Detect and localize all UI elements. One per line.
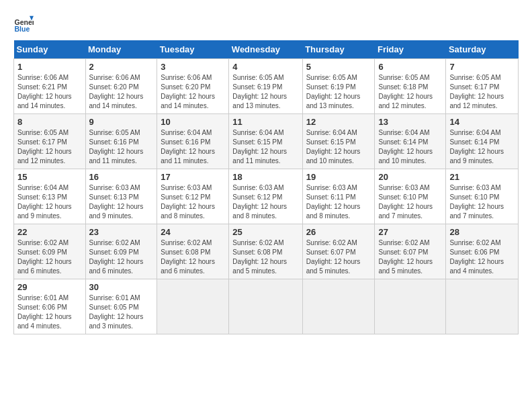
calendar-cell: 15Sunrise: 6:04 AMSunset: 6:13 PMDayligh… [14,169,86,224]
day-number: 18 [232,172,298,182]
calendar-cell: 12Sunrise: 6:04 AMSunset: 6:15 PMDayligh… [302,114,375,169]
day-info: Sunrise: 6:02 AMSunset: 6:07 PMDaylight:… [378,238,442,276]
day-number: 25 [232,227,298,237]
day-number: 30 [89,282,154,292]
calendar-cell: 29Sunrise: 6:01 AMSunset: 6:06 PMDayligh… [14,279,86,334]
day-number: 17 [161,172,225,182]
calendar-cell: 24Sunrise: 6:02 AMSunset: 6:08 PMDayligh… [157,224,229,279]
day-number: 20 [378,172,442,182]
calendar-cell: 5Sunrise: 6:05 AMSunset: 6:19 PMDaylight… [302,59,375,114]
day-info: Sunrise: 6:06 AMSunset: 6:21 PMDaylight:… [17,73,82,111]
calendar-week-4: 22Sunrise: 6:02 AMSunset: 6:09 PMDayligh… [14,224,519,279]
day-number: 11 [232,117,298,127]
calendar-cell: 18Sunrise: 6:03 AMSunset: 6:12 PMDayligh… [229,169,302,224]
page-header: General Blue [13,13,519,34]
calendar-cell: 6Sunrise: 6:05 AMSunset: 6:18 PMDaylight… [375,59,446,114]
calendar-cell: 19Sunrise: 6:03 AMSunset: 6:11 PMDayligh… [302,169,375,224]
day-number: 14 [449,117,515,127]
day-number: 23 [89,227,154,237]
calendar-cell: 7Sunrise: 6:05 AMSunset: 6:17 PMDaylight… [446,59,519,114]
day-number: 16 [89,172,154,182]
calendar-cell: 17Sunrise: 6:03 AMSunset: 6:12 PMDayligh… [157,169,229,224]
calendar-cell [302,279,375,334]
calendar-cell: 1Sunrise: 6:06 AMSunset: 6:21 PMDaylight… [14,59,86,114]
day-info: Sunrise: 6:06 AMSunset: 6:20 PMDaylight:… [89,73,154,111]
calendar-cell: 16Sunrise: 6:03 AMSunset: 6:13 PMDayligh… [85,169,157,224]
day-info: Sunrise: 6:05 AMSunset: 6:19 PMDaylight:… [232,73,298,111]
day-info: Sunrise: 6:05 AMSunset: 6:16 PMDaylight:… [89,128,154,166]
day-number: 28 [449,227,515,237]
day-info: Sunrise: 6:02 AMSunset: 6:09 PMDaylight:… [17,238,82,276]
day-info: Sunrise: 6:05 AMSunset: 6:18 PMDaylight:… [378,73,442,111]
calendar-cell: 3Sunrise: 6:06 AMSunset: 6:20 PMDaylight… [157,59,229,114]
day-info: Sunrise: 6:01 AMSunset: 6:06 PMDaylight:… [17,293,82,331]
day-info: Sunrise: 6:05 AMSunset: 6:19 PMDaylight:… [306,73,371,111]
day-number: 10 [161,117,225,127]
weekday-header-thursday: Thursday [302,40,375,59]
day-info: Sunrise: 6:02 AMSunset: 6:08 PMDaylight:… [232,238,298,276]
day-info: Sunrise: 6:03 AMSunset: 6:10 PMDaylight:… [449,183,515,221]
day-number: 12 [306,117,371,127]
day-info: Sunrise: 6:04 AMSunset: 6:15 PMDaylight:… [232,128,298,166]
calendar-cell: 4Sunrise: 6:05 AMSunset: 6:19 PMDaylight… [229,59,302,114]
day-info: Sunrise: 6:04 AMSunset: 6:16 PMDaylight:… [161,128,225,166]
logo-icon: General Blue [13,13,34,34]
day-number: 4 [232,62,298,72]
calendar-cell: 9Sunrise: 6:05 AMSunset: 6:16 PMDaylight… [85,114,157,169]
day-number: 19 [306,172,371,182]
day-number: 13 [378,117,442,127]
calendar-cell: 10Sunrise: 6:04 AMSunset: 6:16 PMDayligh… [157,114,229,169]
weekday-header-wednesday: Wednesday [229,40,302,59]
day-info: Sunrise: 6:02 AMSunset: 6:09 PMDaylight:… [89,238,154,276]
day-info: Sunrise: 6:02 AMSunset: 6:07 PMDaylight:… [306,238,371,276]
day-number: 6 [378,62,442,72]
calendar-cell: 28Sunrise: 6:02 AMSunset: 6:06 PMDayligh… [446,224,519,279]
day-info: Sunrise: 6:04 AMSunset: 6:14 PMDaylight:… [449,128,515,166]
calendar-cell [446,279,519,334]
day-number: 22 [17,227,82,237]
calendar-cell: 25Sunrise: 6:02 AMSunset: 6:08 PMDayligh… [229,224,302,279]
day-number: 2 [89,62,154,72]
calendar-cell: 11Sunrise: 6:04 AMSunset: 6:15 PMDayligh… [229,114,302,169]
day-info: Sunrise: 6:03 AMSunset: 6:11 PMDaylight:… [306,183,371,221]
calendar-cell: 20Sunrise: 6:03 AMSunset: 6:10 PMDayligh… [375,169,446,224]
weekday-header-friday: Friday [375,40,446,59]
calendar-week-1: 1Sunrise: 6:06 AMSunset: 6:21 PMDaylight… [14,59,519,114]
day-number: 5 [306,62,371,72]
day-info: Sunrise: 6:03 AMSunset: 6:13 PMDaylight:… [89,183,154,221]
day-info: Sunrise: 6:06 AMSunset: 6:20 PMDaylight:… [161,73,225,111]
day-number: 9 [89,117,154,127]
day-info: Sunrise: 6:02 AMSunset: 6:06 PMDaylight:… [449,238,515,276]
calendar-cell [375,279,446,334]
calendar-table: SundayMondayTuesdayWednesdayThursdayFrid… [13,40,519,334]
logo: General Blue [13,13,36,34]
day-info: Sunrise: 6:01 AMSunset: 6:05 PMDaylight:… [89,293,154,331]
day-number: 1 [17,62,82,72]
day-number: 27 [378,227,442,237]
day-number: 24 [161,227,225,237]
day-number: 7 [449,62,515,72]
day-number: 8 [17,117,82,127]
calendar-week-5: 29Sunrise: 6:01 AMSunset: 6:06 PMDayligh… [14,279,519,334]
calendar-cell: 30Sunrise: 6:01 AMSunset: 6:05 PMDayligh… [85,279,157,334]
calendar-cell [157,279,229,334]
calendar-header-row: SundayMondayTuesdayWednesdayThursdayFrid… [14,40,519,59]
calendar-cell: 8Sunrise: 6:05 AMSunset: 6:17 PMDaylight… [14,114,86,169]
day-info: Sunrise: 6:04 AMSunset: 6:15 PMDaylight:… [306,128,371,166]
calendar-cell: 21Sunrise: 6:03 AMSunset: 6:10 PMDayligh… [446,169,519,224]
day-info: Sunrise: 6:05 AMSunset: 6:17 PMDaylight:… [17,128,82,166]
calendar-cell: 2Sunrise: 6:06 AMSunset: 6:20 PMDaylight… [85,59,157,114]
calendar-week-3: 15Sunrise: 6:04 AMSunset: 6:13 PMDayligh… [14,169,519,224]
calendar-cell: 27Sunrise: 6:02 AMSunset: 6:07 PMDayligh… [375,224,446,279]
calendar-cell [229,279,302,334]
weekday-header-saturday: Saturday [446,40,519,59]
day-number: 15 [17,172,82,182]
day-number: 21 [449,172,515,182]
day-info: Sunrise: 6:04 AMSunset: 6:14 PMDaylight:… [378,128,442,166]
weekday-header-tuesday: Tuesday [157,40,229,59]
day-info: Sunrise: 6:02 AMSunset: 6:08 PMDaylight:… [161,238,225,276]
svg-text:Blue: Blue [15,25,30,33]
day-info: Sunrise: 6:03 AMSunset: 6:12 PMDaylight:… [161,183,225,221]
day-info: Sunrise: 6:03 AMSunset: 6:12 PMDaylight:… [232,183,298,221]
calendar-cell: 14Sunrise: 6:04 AMSunset: 6:14 PMDayligh… [446,114,519,169]
